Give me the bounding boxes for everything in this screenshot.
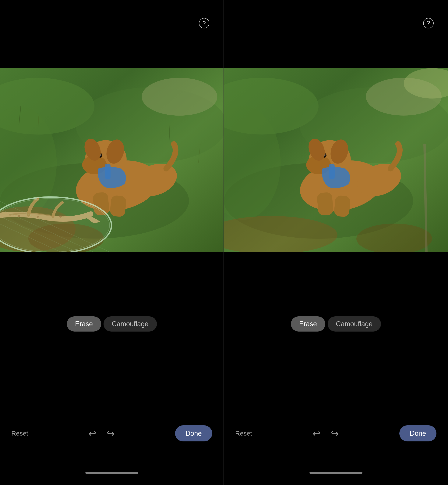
help-icon-right[interactable]: ?	[423, 18, 434, 28]
done-button-right[interactable]: Done	[399, 425, 436, 441]
svg-point-27	[0, 198, 110, 252]
left-bottom-area: Erase Camouflage Reset ↩ ↪ Done	[0, 252, 224, 485]
reset-button-right[interactable]: Reset	[235, 430, 252, 437]
done-button-left[interactable]: Done	[175, 425, 212, 441]
help-icon-left[interactable]: ?	[199, 18, 209, 28]
undo-button-left[interactable]: ↩	[88, 429, 96, 438]
redo-button-left[interactable]: ↪	[107, 429, 115, 438]
svg-rect-49	[334, 195, 351, 217]
svg-rect-48	[317, 192, 334, 216]
redo-button-right[interactable]: ↪	[331, 429, 339, 438]
left-top-area: ?	[0, 0, 224, 68]
svg-rect-51	[329, 164, 335, 179]
right-tool-buttons: Erase Camouflage	[291, 316, 381, 332]
reset-button-left[interactable]: Reset	[11, 430, 28, 437]
undo-redo-group-right: ↩ ↪	[312, 429, 339, 438]
left-panel: ?	[0, 0, 224, 485]
undo-redo-group-left: ↩ ↪	[88, 429, 115, 438]
svg-rect-22	[105, 164, 111, 179]
camouflage-button-left[interactable]: Camouflage	[103, 316, 157, 332]
left-photo-area	[0, 68, 224, 252]
left-bottom-toolbar: Reset ↩ ↪ Done	[0, 425, 224, 441]
right-panel: ?	[224, 0, 448, 485]
right-top-area: ?	[224, 0, 448, 68]
erase-button-right[interactable]: Erase	[291, 316, 325, 332]
app-container: ?	[0, 0, 448, 485]
home-indicator-right	[310, 472, 362, 474]
right-bottom-area: Erase Camouflage Reset ↩ ↪ Done	[224, 252, 448, 485]
right-photo-area	[224, 68, 448, 252]
svg-point-5	[142, 78, 217, 116]
right-bottom-toolbar: Reset ↩ ↪ Done	[224, 425, 448, 441]
left-tool-buttons: Erase Camouflage	[67, 316, 157, 332]
camouflage-button-right[interactable]: Camouflage	[328, 316, 381, 332]
undo-button-right[interactable]: ↩	[312, 429, 320, 438]
home-indicator-left	[85, 472, 138, 474]
erase-button-left[interactable]: Erase	[67, 316, 101, 332]
svg-rect-20	[110, 195, 127, 217]
